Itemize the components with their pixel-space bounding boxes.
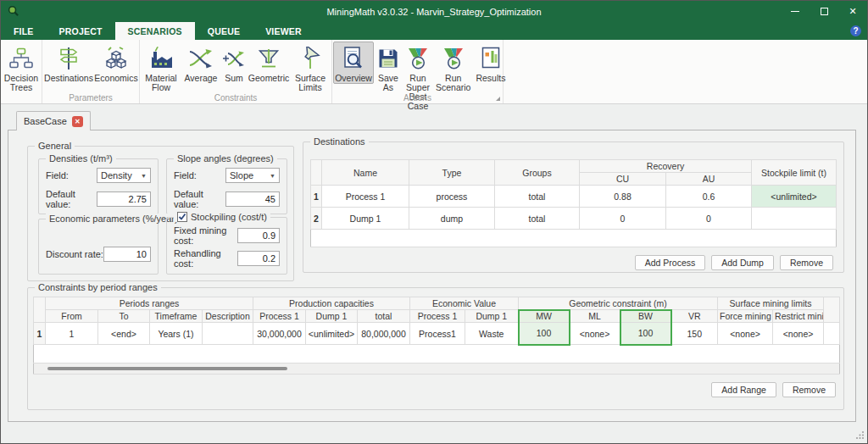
horizontal-scrollbar-thumb[interactable]	[47, 367, 287, 370]
add-process-button[interactable]: Add Process	[635, 255, 706, 270]
save-as-button[interactable]: Save As	[374, 42, 403, 93]
col-header-bw: BW	[620, 310, 671, 323]
cell-force-mining[interactable]: <none>	[718, 323, 773, 345]
sum-button[interactable]: Sum	[220, 42, 248, 84]
group-header-economic: Economic Value	[410, 297, 519, 310]
ribbon-group-parameters: Destinations Economics Parameters	[42, 40, 140, 103]
cell-groups[interactable]: total	[495, 208, 580, 230]
surface-limits-button[interactable]: Surface Limits	[290, 42, 331, 93]
save-as-label: Save As	[376, 74, 400, 92]
destinations-title: Destinations	[310, 136, 369, 147]
cell-cu[interactable]: 0	[580, 208, 666, 230]
densities-field-select[interactable]: Density ▼	[97, 168, 151, 183]
cell-ml[interactable]: <none>	[570, 323, 620, 345]
cell-prod-total[interactable]: 80,000,000	[358, 323, 410, 345]
slope-field-select[interactable]: Slope ▼	[225, 168, 280, 183]
sum-icon	[222, 45, 246, 72]
slope-field-label: Field:	[174, 170, 197, 180]
cell-au[interactable]: 0.6	[666, 186, 752, 208]
economic-parameters-title: Economic parameters (%/year)	[46, 214, 181, 224]
app-logo-icon	[7, 5, 19, 18]
results-button[interactable]: Results	[473, 42, 508, 84]
cell-econ-dump1[interactable]: Waste	[465, 323, 519, 345]
run-scenario-button[interactable]: Run Scenario	[433, 42, 473, 93]
cell-from[interactable]: 1	[46, 323, 98, 345]
cell-prod-process1[interactable]: 30,000,000	[253, 323, 306, 345]
cell-timeframe[interactable]: Years (1)	[150, 323, 203, 345]
close-icon: ✕	[849, 6, 856, 17]
stockpiling-checkbox[interactable]	[177, 212, 187, 222]
destinations-button[interactable]: Destinations	[43, 42, 94, 84]
tab-basecase[interactable]: BaseCase ✕	[16, 111, 91, 130]
menu-tab-file[interactable]: FILE	[1, 22, 47, 40]
overview-label: Overview	[335, 74, 372, 83]
cell-bw[interactable]: 100	[620, 323, 671, 345]
overview-button[interactable]: Overview	[333, 42, 374, 84]
help-button[interactable]: ?	[850, 25, 861, 36]
col-header-cu: CU	[580, 173, 666, 186]
cell-vr[interactable]: 150	[671, 323, 718, 345]
fixed-mining-cost-input[interactable]	[237, 228, 280, 243]
col-header-type: Type	[409, 160, 495, 186]
discount-rate-input[interactable]	[103, 247, 151, 262]
col-header-groups: Groups	[495, 160, 580, 186]
cell-type[interactable]: process	[409, 186, 495, 208]
economic-parameters-groupbox: Economic parameters (%/year) Discount ra…	[38, 219, 159, 275]
actions-dialog-launcher-icon[interactable]	[496, 97, 500, 101]
menu-tab-scenarios[interactable]: SCENARIOS	[115, 22, 195, 40]
col-header-name: Name	[322, 160, 409, 186]
close-button[interactable]: ✕	[838, 1, 867, 22]
cell-groups[interactable]: total	[495, 186, 580, 208]
geometric-label: Geometric	[248, 74, 289, 83]
geometric-button[interactable]: Geometric	[248, 42, 290, 84]
cell-au[interactable]: 0	[666, 208, 752, 230]
material-flow-button[interactable]: Material Flow	[141, 42, 181, 93]
remove-range-button[interactable]: Remove	[782, 382, 836, 397]
cell-restrict-mining[interactable]: <none>	[773, 323, 824, 345]
add-dump-button[interactable]: Add Dump	[711, 255, 774, 270]
cell-prod-dump1[interactable]: <unlimited>	[306, 323, 358, 345]
decision-trees-button[interactable]: Decision Trees	[2, 42, 41, 93]
cell-description[interactable]	[203, 323, 253, 345]
ribbon-group-label-actions: Actions	[332, 93, 503, 103]
cell-name[interactable]: Process 1	[322, 186, 409, 208]
minimize-button[interactable]	[781, 1, 810, 22]
table-row: 2 Dump 1 dump total 0 0	[311, 208, 837, 230]
slope-angles-groupbox: Slope angles (degrees) Field: Slope ▼ De…	[166, 158, 287, 214]
cell-econ-process1[interactable]: Process1	[410, 323, 465, 345]
menu-tab-viewer[interactable]: VIEWER	[253, 22, 314, 40]
col-header-ml: ML	[570, 310, 620, 323]
cell-type[interactable]: dump	[409, 208, 495, 230]
slope-default-input[interactable]	[225, 191, 280, 207]
add-range-button[interactable]: Add Range	[711, 382, 776, 397]
results-label: Results	[476, 74, 505, 83]
decision-trees-icon	[8, 45, 34, 72]
cell-name[interactable]: Dump 1	[322, 208, 409, 230]
cell-mw[interactable]: 100	[519, 323, 570, 345]
rehandling-cost-input[interactable]	[237, 251, 280, 266]
remove-destination-button[interactable]: Remove	[780, 255, 833, 270]
menu-tab-project[interactable]: PROJECT	[47, 22, 115, 40]
menu-bar: FILE PROJECT SCENARIOS QUEUE VIEWER ?	[1, 22, 867, 40]
row-number: 1	[34, 323, 46, 345]
material-flow-icon	[148, 45, 174, 72]
economics-button[interactable]: Economics	[94, 42, 138, 84]
title-bar: MiningMath v3.0.32 - Marvin_Strategy_Opt…	[1, 1, 867, 22]
cell-cu[interactable]: 0.88	[580, 186, 666, 208]
ribbon-group-label-parameters: Parameters	[42, 93, 139, 103]
constraints-title: Constraints by period ranges	[35, 282, 161, 292]
ribbon-group-decision: Decision Trees	[1, 40, 42, 103]
save-as-icon	[376, 45, 400, 72]
tab-close-icon: ✕	[75, 118, 81, 125]
average-button[interactable]: Average	[181, 42, 220, 84]
menu-tab-queue[interactable]: QUEUE	[195, 22, 253, 40]
average-icon	[188, 45, 214, 72]
maximize-button[interactable]	[810, 1, 838, 22]
tab-close-button[interactable]: ✕	[72, 116, 83, 127]
col-header-recovery: Recovery	[580, 160, 752, 173]
cell-stockpile-limit[interactable]	[752, 208, 837, 230]
cell-stockpile-limit[interactable]: <unlimited>	[752, 186, 837, 208]
resize-grip-icon[interactable]	[856, 430, 865, 441]
cell-to[interactable]: <end>	[98, 323, 150, 345]
densities-default-input[interactable]	[97, 191, 151, 207]
